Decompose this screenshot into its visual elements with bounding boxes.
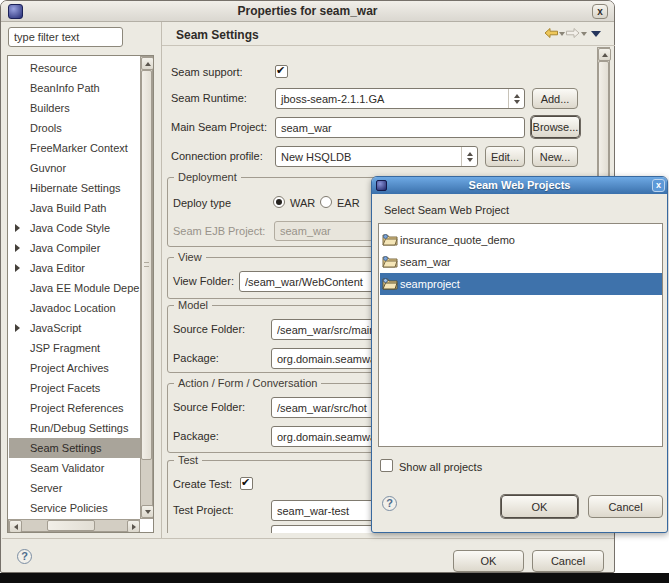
create-test-checkbox[interactable] [240,477,253,490]
scrollbar-thumb[interactable] [141,70,152,460]
sidebar-horizontal-scrollbar[interactable] [8,519,140,532]
close-icon[interactable]: x [592,4,608,19]
show-all-projects-checkbox[interactable] [380,459,393,472]
filter-input[interactable] [8,27,123,47]
project-list: insurance_quote_demo seam_war seamprojec… [378,223,663,447]
seam-ejb-project-label: Seam EJB Project: [173,225,265,237]
footer-divider [2,538,614,539]
sidebar-divider [161,22,162,538]
sidebar-vertical-scrollbar[interactable] [140,56,153,519]
sidebar-item-java-build-path[interactable]: Java Build Path [9,198,140,218]
expand-arrow-icon[interactable] [15,244,20,252]
main-seam-project-input[interactable] [275,117,525,138]
properties-tree: Resource BeanInfo Path Builders Drools F… [7,55,154,533]
seam-support-label: Seam support: [171,66,243,78]
back-menu-caret-icon[interactable] [559,32,565,36]
sidebar-item-javascript[interactable]: JavaScript [9,318,140,338]
scroll-right-icon[interactable] [127,520,140,533]
scrollbar-thumb[interactable] [47,520,95,531]
dialog-title: Seam Web Projects [372,179,667,191]
connection-profile-combo[interactable]: New HSQLDB [275,146,478,167]
sidebar-item-guvnor[interactable]: Guvnor [9,158,140,178]
edit-button[interactable]: Edit... [485,146,525,167]
scroll-left-icon[interactable] [9,520,22,533]
list-item-seam-war[interactable]: seam_war [380,251,663,273]
combo-spinner-icon[interactable] [461,147,477,166]
expand-arrow-icon[interactable] [15,264,20,272]
list-item-insurance-quote-demo[interactable]: insurance_quote_demo [380,229,663,251]
ear-radio[interactable] [320,196,332,208]
action-package-label: Package: [173,430,219,442]
combo-spinner-icon[interactable] [508,89,524,108]
page-title: Seam Settings [176,28,259,42]
back-icon[interactable] [544,28,558,38]
web-folder-icon [382,233,398,246]
sidebar-item-beaninfo-path[interactable]: BeanInfo Path [9,78,140,98]
test-project-label: Test Project: [173,504,234,516]
help-icon[interactable]: ? [17,549,32,564]
sidebar-item-java-editor[interactable]: Java Editor [9,258,140,278]
cancel-button[interactable]: Cancel [532,550,604,572]
forward-icon[interactable] [566,28,580,38]
forward-menu-caret-icon[interactable] [581,32,587,36]
window-titlebar[interactable]: Properties for seam_war x [1,1,614,22]
sidebar-item-project-facets[interactable]: Project Facets [9,378,140,398]
connection-profile-label: Connection profile: [171,150,263,162]
new-button[interactable]: New... [532,146,578,167]
expand-arrow-icon[interactable] [15,224,20,232]
model-package-label: Package: [173,352,219,364]
sidebar-item-java-compiler[interactable]: Java Compiler [9,238,140,258]
sidebar-item-java-ee-module-dependencies[interactable]: Java EE Module Depe [9,278,140,298]
view-menu-icon[interactable] [591,31,601,37]
expand-arrow-icon[interactable] [15,324,20,332]
seam-support-checkbox[interactable] [275,65,288,78]
show-all-projects-label: Show all projects [399,461,482,473]
model-group-title: Model [174,299,212,311]
dialog-cancel-button[interactable]: Cancel [588,495,663,518]
deployment-group-title: Deployment [174,171,241,183]
seam-runtime-label: Seam Runtime: [171,92,247,104]
sidebar-item-server[interactable]: Server [9,478,140,498]
sidebar-item-run-debug-settings[interactable]: Run/Debug Settings [9,418,140,438]
sidebar-item-java-code-style[interactable]: Java Code Style [9,218,140,238]
scroll-up-icon[interactable] [598,48,611,61]
close-icon[interactable]: x [652,179,665,192]
help-icon[interactable]: ? [382,496,397,511]
add-button[interactable]: Add... [532,88,578,109]
header-divider [162,45,615,46]
sidebar-item-drools[interactable]: Drools [9,118,140,138]
seam-runtime-combo[interactable]: jboss-seam-2.1.1.GA [275,88,525,109]
ok-button[interactable]: OK [453,550,524,572]
sidebar-item-service-policies[interactable]: Service Policies [9,498,140,518]
war-radio-label: WAR [290,197,315,209]
sidebar-item-jsp-fragment[interactable]: JSP Fragment [9,338,140,358]
test-group-title: Test [174,454,202,466]
action-source-folder-label: Source Folder: [173,401,245,413]
web-folder-icon [382,277,398,290]
view-group-title: View [174,251,206,263]
sidebar-item-project-references[interactable]: Project References [9,398,140,418]
scroll-down-icon[interactable] [141,505,154,518]
sidebar-item-hibernate-settings[interactable]: Hibernate Settings [9,178,140,198]
taskbar-strip [0,573,669,583]
sidebar-item-resource[interactable]: Resource [9,58,140,78]
dialog-titlebar[interactable]: Seam Web Projects x [372,177,667,194]
main-seam-project-label: Main Seam Project: [171,121,267,133]
scroll-up-icon[interactable] [141,57,154,70]
browse-button[interactable]: Browse... [531,116,580,138]
view-folder-label: View Folder: [173,275,234,287]
sidebar-item-project-archives[interactable]: Project Archives [9,358,140,378]
sidebar-item-seam-validator[interactable]: Seam Validator [9,458,140,478]
ear-radio-label: EAR [337,197,360,209]
sidebar-item-javadoc-location[interactable]: Javadoc Location [9,298,140,318]
select-project-label: Select Seam Web Project [384,204,509,216]
sidebar-item-freemarker-context[interactable]: FreeMarker Context [9,138,140,158]
sidebar-item-builders[interactable]: Builders [9,98,140,118]
list-item-seamproject[interactable]: seamproject [380,273,663,295]
web-folder-icon [382,255,398,268]
deploy-type-label: Deploy type [173,197,231,209]
model-source-folder-label: Source Folder: [173,323,245,335]
dialog-ok-button[interactable]: OK [501,495,578,518]
war-radio[interactable] [273,196,285,208]
sidebar-item-seam-settings[interactable]: Seam Settings [9,438,140,458]
